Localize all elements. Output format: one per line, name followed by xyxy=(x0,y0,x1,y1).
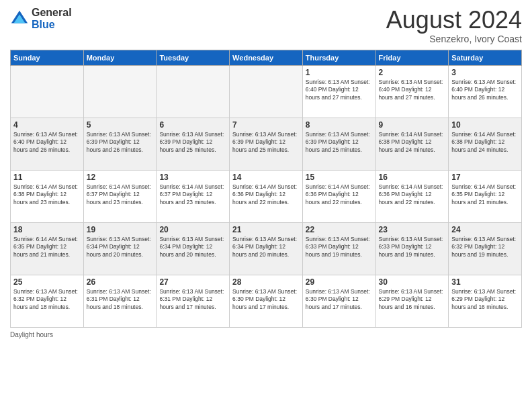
day-cell: 16Sunrise: 6:14 AM Sunset: 6:36 PM Dayli… xyxy=(375,170,449,222)
day-info: Sunrise: 6:13 AM Sunset: 6:39 PM Dayligh… xyxy=(306,131,373,154)
header: General Blue August 2024 Senzekro, Ivory… xyxy=(10,7,522,44)
day-info: Sunrise: 6:14 AM Sunset: 6:37 PM Dayligh… xyxy=(87,183,154,206)
day-info: Sunrise: 6:13 AM Sunset: 6:31 PM Dayligh… xyxy=(159,288,226,311)
day-cell: 12Sunrise: 6:14 AM Sunset: 6:37 PM Dayli… xyxy=(83,170,157,222)
day-info: Sunrise: 6:14 AM Sunset: 6:35 PM Dayligh… xyxy=(13,236,81,259)
day-cell: 28Sunrise: 6:13 AM Sunset: 6:30 PM Dayli… xyxy=(230,275,303,327)
day-info: Sunrise: 6:14 AM Sunset: 6:38 PM Dayligh… xyxy=(451,131,519,154)
col-header-wednesday: Wednesday xyxy=(230,50,303,65)
day-cell: 24Sunrise: 6:13 AM Sunset: 6:32 PM Dayli… xyxy=(449,222,522,275)
day-info: Sunrise: 6:13 AM Sunset: 6:33 PM Dayligh… xyxy=(379,236,446,259)
week-row-4: 18Sunrise: 6:14 AM Sunset: 6:35 PM Dayli… xyxy=(11,222,522,275)
day-cell: 22Sunrise: 6:13 AM Sunset: 6:33 PM Dayli… xyxy=(302,222,375,275)
day-info: Sunrise: 6:14 AM Sunset: 6:38 PM Dayligh… xyxy=(13,183,81,206)
day-info: Sunrise: 6:13 AM Sunset: 6:34 PM Dayligh… xyxy=(159,236,226,259)
day-number: 20 xyxy=(159,225,226,234)
subtitle: Senzekro, Ivory Coast xyxy=(386,34,522,44)
day-info: Sunrise: 6:13 AM Sunset: 6:29 PM Dayligh… xyxy=(451,288,519,311)
col-header-sunday: Sunday xyxy=(11,50,84,65)
day-number: 13 xyxy=(159,173,226,182)
day-number: 8 xyxy=(306,120,373,130)
day-number: 5 xyxy=(87,120,154,130)
day-cell: 20Sunrise: 6:13 AM Sunset: 6:34 PM Dayli… xyxy=(157,222,230,275)
day-number: 15 xyxy=(306,173,373,182)
day-cell xyxy=(230,65,303,118)
day-cell: 26Sunrise: 6:13 AM Sunset: 6:31 PM Dayli… xyxy=(83,275,157,327)
day-info: Sunrise: 6:13 AM Sunset: 6:39 PM Dayligh… xyxy=(87,131,154,154)
week-row-1: 1Sunrise: 6:13 AM Sunset: 6:40 PM Daylig… xyxy=(11,65,522,118)
day-cell: 27Sunrise: 6:13 AM Sunset: 6:31 PM Dayli… xyxy=(157,275,230,327)
day-cell: 1Sunrise: 6:13 AM Sunset: 6:40 PM Daylig… xyxy=(302,65,375,118)
footer: Daylight hours xyxy=(10,331,522,338)
day-cell: 9Sunrise: 6:14 AM Sunset: 6:38 PM Daylig… xyxy=(375,118,449,170)
day-info: Sunrise: 6:13 AM Sunset: 6:31 PM Dayligh… xyxy=(87,288,154,311)
day-info: Sunrise: 6:13 AM Sunset: 6:39 PM Dayligh… xyxy=(232,131,300,154)
day-cell: 3Sunrise: 6:13 AM Sunset: 6:40 PM Daylig… xyxy=(449,65,522,118)
day-info: Sunrise: 6:13 AM Sunset: 6:40 PM Dayligh… xyxy=(379,79,446,101)
day-cell: 14Sunrise: 6:14 AM Sunset: 6:36 PM Dayli… xyxy=(230,170,303,222)
day-cell: 19Sunrise: 6:13 AM Sunset: 6:34 PM Dayli… xyxy=(83,222,157,275)
day-number: 17 xyxy=(451,173,519,182)
day-number: 18 xyxy=(13,225,81,234)
day-info: Sunrise: 6:13 AM Sunset: 6:32 PM Dayligh… xyxy=(13,288,81,311)
day-info: Sunrise: 6:13 AM Sunset: 6:33 PM Dayligh… xyxy=(306,236,373,259)
day-info: Sunrise: 6:14 AM Sunset: 6:36 PM Dayligh… xyxy=(306,183,373,206)
day-number: 25 xyxy=(13,277,81,287)
day-info: Sunrise: 6:13 AM Sunset: 6:34 PM Dayligh… xyxy=(232,236,300,259)
day-cell: 8Sunrise: 6:13 AM Sunset: 6:39 PM Daylig… xyxy=(302,118,375,170)
logo-blue: Blue xyxy=(32,19,72,31)
day-number: 7 xyxy=(232,120,300,130)
day-info: Sunrise: 6:13 AM Sunset: 6:30 PM Dayligh… xyxy=(306,288,373,311)
day-number: 3 xyxy=(451,68,519,77)
day-number: 24 xyxy=(451,225,519,234)
day-number: 10 xyxy=(451,120,519,130)
day-info: Sunrise: 6:14 AM Sunset: 6:36 PM Dayligh… xyxy=(379,183,446,206)
day-cell: 21Sunrise: 6:13 AM Sunset: 6:34 PM Dayli… xyxy=(230,222,303,275)
day-info: Sunrise: 6:13 AM Sunset: 6:32 PM Dayligh… xyxy=(451,236,519,259)
day-number: 14 xyxy=(232,173,300,182)
day-number: 31 xyxy=(451,277,519,287)
day-number: 27 xyxy=(159,277,226,287)
col-header-monday: Monday xyxy=(83,50,157,65)
day-cell: 5Sunrise: 6:13 AM Sunset: 6:39 PM Daylig… xyxy=(83,118,157,170)
day-number: 28 xyxy=(232,277,300,287)
day-cell xyxy=(157,65,230,118)
day-number: 21 xyxy=(232,225,300,234)
day-cell xyxy=(83,65,157,118)
day-info: Sunrise: 6:13 AM Sunset: 6:39 PM Dayligh… xyxy=(159,131,226,154)
day-cell: 18Sunrise: 6:14 AM Sunset: 6:35 PM Dayli… xyxy=(11,222,84,275)
col-header-thursday: Thursday xyxy=(302,50,375,65)
calendar-table: SundayMondayTuesdayWednesdayThursdayFrid… xyxy=(10,50,522,328)
day-cell: 4Sunrise: 6:13 AM Sunset: 6:40 PM Daylig… xyxy=(11,118,84,170)
day-info: Sunrise: 6:13 AM Sunset: 6:40 PM Dayligh… xyxy=(13,131,81,154)
day-number: 2 xyxy=(379,68,446,77)
day-number: 16 xyxy=(379,173,446,182)
col-header-saturday: Saturday xyxy=(449,50,522,65)
day-cell: 17Sunrise: 6:14 AM Sunset: 6:35 PM Dayli… xyxy=(449,170,522,222)
day-cell: 25Sunrise: 6:13 AM Sunset: 6:32 PM Dayli… xyxy=(11,275,84,327)
month-title: August 2024 xyxy=(386,7,522,34)
col-header-friday: Friday xyxy=(375,50,449,65)
day-info: Sunrise: 6:13 AM Sunset: 6:29 PM Dayligh… xyxy=(379,288,446,311)
day-info: Sunrise: 6:14 AM Sunset: 6:37 PM Dayligh… xyxy=(159,183,226,206)
header-row: SundayMondayTuesdayWednesdayThursdayFrid… xyxy=(11,50,522,65)
day-number: 6 xyxy=(159,120,226,130)
day-number: 26 xyxy=(87,277,154,287)
day-number: 11 xyxy=(13,173,81,182)
day-number: 19 xyxy=(87,225,154,234)
day-number: 23 xyxy=(379,225,446,234)
day-cell: 11Sunrise: 6:14 AM Sunset: 6:38 PM Dayli… xyxy=(11,170,84,222)
logo-text: General Blue xyxy=(32,7,72,30)
day-info: Sunrise: 6:13 AM Sunset: 6:34 PM Dayligh… xyxy=(87,236,154,259)
day-info: Sunrise: 6:13 AM Sunset: 6:40 PM Dayligh… xyxy=(451,79,519,101)
day-cell: 30Sunrise: 6:13 AM Sunset: 6:29 PM Dayli… xyxy=(375,275,449,327)
day-cell: 13Sunrise: 6:14 AM Sunset: 6:37 PM Dayli… xyxy=(157,170,230,222)
logo-general: General xyxy=(32,7,72,19)
day-number: 4 xyxy=(13,120,81,130)
day-cell: 6Sunrise: 6:13 AM Sunset: 6:39 PM Daylig… xyxy=(157,118,230,170)
title-section: August 2024 Senzekro, Ivory Coast xyxy=(386,7,522,44)
day-cell: 29Sunrise: 6:13 AM Sunset: 6:30 PM Dayli… xyxy=(302,275,375,327)
day-number: 12 xyxy=(87,173,154,182)
day-number: 30 xyxy=(379,277,446,287)
day-info: Sunrise: 6:14 AM Sunset: 6:38 PM Dayligh… xyxy=(379,131,446,154)
